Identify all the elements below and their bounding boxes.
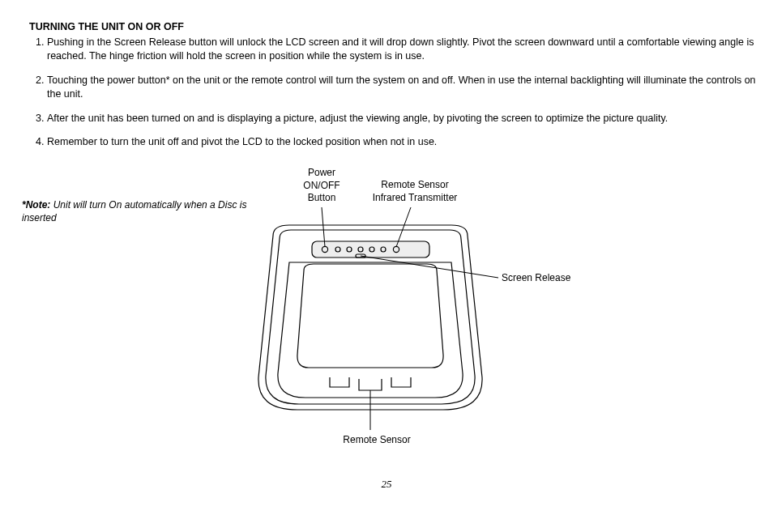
page-number: 25 bbox=[15, 478, 758, 491]
instruction-item: After the unit has been turned on and is… bbox=[47, 112, 758, 126]
instruction-item: Pushing in the Screen Release button wil… bbox=[47, 36, 758, 63]
device-diagram bbox=[22, 167, 751, 458]
svg-line-11 bbox=[361, 256, 498, 278]
instruction-item: Touching the power button* on the unit o… bbox=[47, 74, 758, 101]
section-heading: TURNING THE UNIT ON OR OFF bbox=[29, 21, 758, 32]
instruction-list: Pushing in the Screen Release button wil… bbox=[29, 36, 758, 149]
instruction-item: Remember to turn the unit off and pivot … bbox=[47, 135, 758, 149]
svg-rect-0 bbox=[312, 241, 429, 257]
figure-area: *Note: Unit will turn On automatically w… bbox=[22, 167, 751, 475]
